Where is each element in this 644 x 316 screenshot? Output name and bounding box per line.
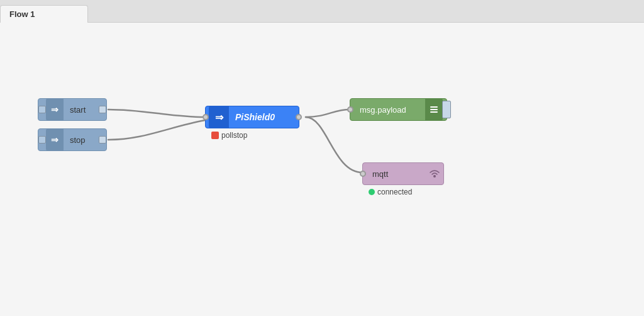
tab-label: Flow 1 <box>9 9 35 19</box>
mqtt-in-port <box>360 171 366 177</box>
start-out-port <box>99 106 106 113</box>
mqtt-label: mqtt <box>366 169 426 179</box>
pishield-label: PiShield0 <box>229 112 296 122</box>
stop-node[interactable]: ⇒ stop <box>38 128 107 151</box>
pishield-in-port <box>203 114 209 120</box>
mqtt-node[interactable]: mqtt <box>362 162 444 185</box>
stop-arrow-icon: ⇒ <box>51 135 58 145</box>
mqtt-status-badge: connected <box>369 188 412 196</box>
flow-canvas: ⇒ start ⇒ stop ⇒ PiShield0 pollstop <box>0 23 644 316</box>
start-left-port <box>38 106 46 113</box>
pishield-icon: ⇒ <box>209 106 229 128</box>
start-label: start <box>64 105 99 115</box>
pishield-out-port <box>296 114 302 120</box>
start-icon: ⇒ <box>46 98 64 121</box>
msgpayload-in-port <box>347 106 353 113</box>
start-node[interactable]: ⇒ start <box>38 98 107 121</box>
stop-icon: ⇒ <box>46 128 64 151</box>
msgpayload-out-port <box>442 101 451 118</box>
stop-label: stop <box>64 135 99 145</box>
tab-flow1[interactable]: Flow 1 <box>0 5 88 23</box>
pollstop-icon <box>211 132 219 139</box>
msgpayload-menu-icon <box>425 98 443 121</box>
hamburger-icon <box>429 105 439 114</box>
app-container: Flow 1 ⇒ start ⇒ <box>0 0 644 316</box>
stop-left-port <box>38 136 46 144</box>
mqtt-status-dot <box>369 189 375 195</box>
wires-svg <box>0 23 644 316</box>
mqtt-wifi-icon <box>426 162 443 185</box>
start-arrow-icon: ⇒ <box>51 104 58 115</box>
wifi-svg <box>428 167 441 180</box>
stop-out-port <box>99 136 106 144</box>
msgpayload-node[interactable]: msg.payload <box>350 98 447 121</box>
pishield-arrow-icon: ⇒ <box>215 111 223 123</box>
pollstop-badge: pollstop <box>211 131 247 140</box>
pollstop-label: pollstop <box>221 131 247 140</box>
svg-point-0 <box>433 175 436 178</box>
pishield-node[interactable]: ⇒ PiShield0 <box>205 106 299 128</box>
tab-bar: Flow 1 <box>0 0 644 23</box>
mqtt-status-text: connected <box>377 188 412 196</box>
msgpayload-label: msg.payload <box>353 105 425 115</box>
